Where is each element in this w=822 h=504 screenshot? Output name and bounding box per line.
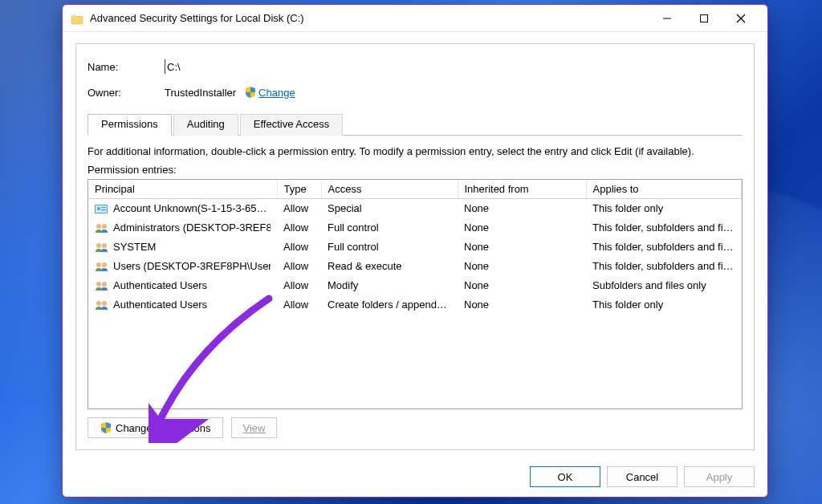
access-cell: Full control (321, 238, 458, 257)
svg-point-12 (102, 243, 107, 248)
principal-cell: Administrators (DESKTOP-3REF8… (113, 222, 271, 234)
principal-cell: Authenticated Users (113, 279, 207, 291)
type-cell: Allow (277, 257, 321, 276)
content-frame: Name: Owner: TrustedInstaller Change (75, 43, 755, 450)
svg-point-10 (102, 224, 107, 229)
inherited-cell: None (458, 199, 586, 218)
type-cell: Allow (277, 218, 321, 238)
dialog-button-row: OK Cancel Apply (63, 458, 767, 497)
change-link-text: Change (258, 87, 295, 99)
minimize-button[interactable] (649, 6, 686, 30)
applies-cell: This folder, subfolders and files (586, 257, 742, 276)
type-cell: Allow (277, 295, 321, 315)
change-owner-link[interactable]: Change (244, 86, 295, 99)
svg-point-16 (102, 282, 107, 287)
col-type[interactable]: Type (277, 180, 321, 199)
access-cell: Special (321, 199, 458, 218)
principal-cell: Users (DESKTOP-3REF8PH\Users) (113, 260, 271, 272)
principal-cell: Account Unknown(S-1-15-3-65… (113, 202, 267, 214)
col-applies[interactable]: Applies to (586, 180, 742, 199)
table-row[interactable]: Administrators (DESKTOP-3REF8…AllowFull … (88, 218, 742, 238)
ok-button[interactable]: OK (530, 466, 600, 487)
access-cell: Read & execute (321, 257, 458, 276)
svg-rect-7 (101, 207, 106, 208)
col-inherited[interactable]: Inherited from (458, 180, 586, 199)
security-settings-window: Advanced Security Settings for Local Dis… (62, 4, 768, 498)
table-row[interactable]: Users (DESKTOP-3REF8PH\Users)AllowRead &… (88, 257, 742, 276)
folder-icon (71, 12, 83, 25)
tab-auditing[interactable]: Auditing (173, 114, 238, 136)
name-field[interactable] (165, 59, 486, 74)
owner-value: TrustedInstaller (165, 87, 236, 99)
owner-label: Owner: (87, 87, 165, 99)
table-row[interactable]: SYSTEMAllowFull controlNoneThis folder, … (88, 238, 742, 257)
inherited-cell: None (458, 238, 586, 257)
apply-button[interactable]: Apply (684, 466, 755, 487)
change-permissions-button[interactable]: Change permissions (87, 417, 223, 438)
svg-rect-1 (701, 14, 708, 22)
table-row[interactable]: Account Unknown(S-1-15-3-65…AllowSpecial… (88, 199, 742, 218)
col-access[interactable]: Access (321, 180, 458, 199)
access-cell: Full control (321, 218, 458, 238)
applies-cell: This folder, subfolders and files (586, 238, 742, 257)
tabstrip: Permissions Auditing Effective Access (87, 113, 743, 136)
type-cell: Allow (277, 276, 321, 295)
svg-point-13 (96, 262, 101, 267)
access-cell: Modify (321, 276, 458, 295)
inherited-cell: None (458, 295, 586, 315)
col-principal[interactable]: Principal (88, 180, 277, 199)
change-permissions-label: Change permissions (116, 422, 211, 434)
svg-rect-8 (101, 209, 106, 210)
maximize-button[interactable] (686, 6, 722, 30)
permissions-table: Principal Type Access Inherited from App… (87, 179, 743, 409)
close-button[interactable] (722, 6, 759, 30)
table-row[interactable]: Authenticated UsersAllowModifyNoneSubfol… (88, 276, 742, 295)
svg-point-17 (96, 301, 101, 306)
view-button[interactable]: View (231, 417, 278, 438)
principal-cell: Authenticated Users (113, 299, 207, 311)
applies-cell: Subfolders and files only (586, 276, 742, 295)
svg-point-14 (102, 262, 107, 267)
type-cell: Allow (277, 238, 321, 257)
window-title: Advanced Security Settings for Local Dis… (90, 12, 642, 24)
entries-label: Permission entries: (87, 164, 743, 176)
svg-point-15 (96, 282, 101, 287)
inherited-cell: None (458, 218, 586, 238)
applies-cell: This folder, subfolders and files (586, 218, 742, 238)
cancel-button[interactable]: Cancel (607, 466, 678, 487)
name-label: Name: (87, 61, 165, 73)
info-text: For additional information, double-click… (87, 145, 743, 157)
view-button-label: View (243, 422, 266, 434)
shield-icon (244, 86, 257, 99)
tab-effective-access[interactable]: Effective Access (240, 114, 343, 136)
access-cell: Create folders / append… (321, 295, 458, 315)
shield-icon (100, 421, 112, 434)
tab-permissions[interactable]: Permissions (87, 114, 172, 136)
titlebar: Advanced Security Settings for Local Dis… (63, 5, 767, 32)
applies-cell: This folder only (586, 199, 742, 218)
svg-point-11 (96, 243, 101, 248)
svg-point-9 (96, 224, 101, 229)
table-row[interactable]: Authenticated UsersAllowCreate folders /… (88, 295, 742, 315)
svg-point-18 (102, 301, 107, 306)
type-cell: Allow (277, 199, 321, 218)
inherited-cell: None (458, 257, 586, 276)
applies-cell: This folder only (586, 295, 742, 315)
principal-cell: SYSTEM (113, 241, 156, 253)
inherited-cell: None (458, 276, 586, 295)
svg-point-6 (97, 207, 100, 210)
